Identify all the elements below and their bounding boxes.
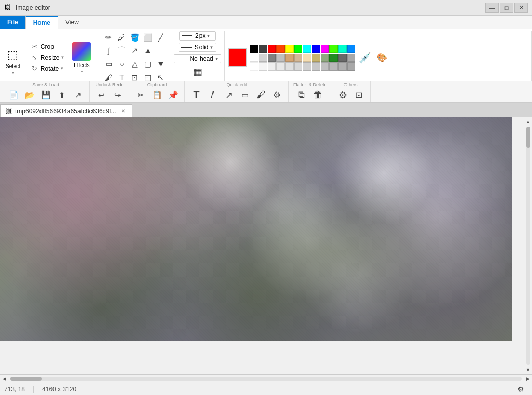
line-tool[interactable]: ╱ — [154, 31, 167, 44]
paste-btn[interactable]: 📌 — [166, 88, 180, 102]
save-btn[interactable]: 💾 — [38, 88, 53, 102]
h-scroll-track[interactable] — [10, 377, 522, 381]
color-orange-red[interactable] — [276, 45, 285, 53]
status-settings[interactable]: ⚙ — [513, 383, 528, 396]
scroll-right[interactable]: ▼ — [154, 58, 167, 70]
tab-close-btn[interactable]: ✕ — [119, 108, 127, 115]
scroll-down-arrow[interactable]: ▼ — [524, 366, 533, 374]
color-silver[interactable] — [276, 54, 285, 62]
pen-tool[interactable]: 🖊 — [115, 31, 128, 44]
arrow-btn[interactable]: ↗ — [221, 88, 236, 102]
document-tab[interactable]: 🖼 tmp6092dff566934a65afc8c636c9f... ✕ — [0, 104, 132, 117]
h-scroll-thumb[interactable] — [10, 377, 42, 381]
menu-home[interactable]: Home — [25, 16, 58, 29]
color-forest[interactable] — [329, 54, 338, 62]
effects-button[interactable]: Effects ▼ — [68, 40, 96, 76]
scroll-right-arrow[interactable]: ▶ — [524, 375, 532, 383]
menu-file[interactable]: File — [0, 16, 25, 29]
color-blank5[interactable] — [285, 62, 294, 71]
color-blank7[interactable] — [303, 62, 311, 71]
color-blank8[interactable] — [312, 62, 320, 71]
fill-tool[interactable]: 🪣 — [128, 31, 141, 44]
v-scroll-thumb[interactable] — [526, 127, 530, 148]
undo-btn[interactable]: ↩ — [94, 88, 109, 102]
color-sage[interactable] — [321, 54, 329, 62]
ellipse-tool[interactable]: ○ — [115, 58, 128, 70]
minimize-button[interactable]: — — [485, 3, 499, 13]
color-tan2[interactable] — [294, 54, 302, 62]
color-blue[interactable] — [312, 45, 320, 53]
color-blank3[interactable] — [268, 62, 276, 71]
curve-tool[interactable]: ∫ — [102, 44, 115, 57]
color-bright-cyan[interactable] — [338, 45, 347, 53]
color-red[interactable] — [268, 45, 276, 53]
color-yellow[interactable] — [285, 45, 294, 53]
color-magenta[interactable] — [321, 45, 329, 53]
color-white[interactable] — [250, 54, 258, 62]
size-dropdown[interactable]: 2px ▼ — [179, 31, 216, 41]
color-blank6[interactable] — [294, 62, 302, 71]
triangle-tool[interactable]: △ — [128, 58, 141, 70]
select-button[interactable]: ⬚ Select ▼ — [3, 46, 23, 77]
scroll-left-arrow[interactable]: ◀ — [0, 375, 8, 383]
main-color-swatch[interactable] — [228, 48, 247, 67]
color-black[interactable] — [250, 45, 258, 53]
magic-select-btn[interactable]: ⊡ — [352, 88, 366, 102]
color-blank12[interactable] — [347, 62, 355, 71]
color-bright-blue[interactable] — [347, 45, 355, 53]
new-btn[interactable]: 📄 — [6, 88, 21, 102]
color-bright-green[interactable] — [329, 45, 338, 53]
line-btn[interactable]: / — [205, 88, 220, 102]
color-blank11[interactable] — [338, 62, 347, 71]
arrow-tool[interactable]: ↗ — [128, 44, 141, 57]
color-khaki[interactable] — [312, 54, 320, 62]
color-blank4[interactable] — [276, 62, 285, 71]
color-darkgray2[interactable] — [338, 54, 347, 62]
delete-btn[interactable]: 🗑 — [311, 88, 325, 102]
arc-tool[interactable]: ⌒ — [115, 44, 128, 57]
scroll-up-tool[interactable]: ▲ — [141, 44, 154, 57]
color-edit-btn[interactable]: 🎨 — [375, 50, 389, 64]
color-dropper-btn[interactable]: 💉 — [356, 49, 374, 66]
color-lime[interactable] — [294, 45, 302, 53]
redo-btn[interactable]: ↪ — [110, 88, 125, 102]
eraser-tool[interactable]: ⬜ — [141, 31, 154, 44]
pencil-tool[interactable]: ✏ — [102, 31, 115, 44]
scroll-up-arrow[interactable]: ▲ — [524, 117, 533, 126]
fill-style-btn[interactable]: ▦ — [191, 65, 204, 78]
menu-view[interactable]: View — [58, 16, 87, 29]
rotate-button[interactable]: ↻ Rotate ▼ — [30, 63, 67, 73]
close-button[interactable]: ✕ — [514, 3, 528, 13]
rect-tool[interactable]: ▭ — [102, 58, 115, 70]
nohead-dropdown[interactable]: No head ▼ — [174, 54, 221, 63]
brush-btn[interactable]: 🖌 — [254, 88, 268, 102]
settings-btn[interactable]: ⚙ — [336, 88, 350, 102]
upload-btn[interactable]: ⬆ — [55, 88, 69, 102]
color-darkgray1[interactable] — [259, 45, 267, 53]
share-btn[interactable]: ↗ — [71, 88, 85, 102]
color-cyan[interactable] — [303, 45, 311, 53]
color-blank2[interactable] — [259, 62, 267, 71]
crop-button[interactable]: ✂ Crop — [30, 42, 67, 51]
open-btn[interactable]: 📂 — [22, 88, 37, 102]
rect-btn[interactable]: ▭ — [237, 88, 252, 102]
color-blank1[interactable] — [250, 62, 258, 71]
color-blank10[interactable] — [329, 62, 338, 71]
color-wheat[interactable] — [303, 54, 311, 62]
v-scroll-track[interactable] — [526, 127, 530, 365]
rounded-rect-tool[interactable]: ▢ — [141, 58, 154, 70]
color-tan1[interactable] — [285, 54, 294, 62]
canvas-scroll-wrapper[interactable] — [0, 117, 532, 374]
transform-btn[interactable]: ⚙ — [270, 88, 284, 102]
style-dropdown[interactable]: Solid ▼ — [179, 43, 217, 52]
color-darkgray3[interactable] — [347, 54, 355, 62]
text-btn[interactable]: T — [189, 88, 204, 102]
cut-btn[interactable]: ✂ — [134, 88, 148, 102]
color-gray1[interactable] — [268, 54, 276, 62]
color-lightgray1[interactable] — [259, 54, 267, 62]
copy-btn[interactable]: 📋 — [150, 88, 164, 102]
color-blank9[interactable] — [321, 62, 329, 71]
resize-button[interactable]: ⤡ Resize ▼ — [30, 52, 67, 62]
flatten-btn[interactable]: ⧉ — [295, 88, 309, 102]
maximize-button[interactable]: □ — [500, 3, 513, 13]
